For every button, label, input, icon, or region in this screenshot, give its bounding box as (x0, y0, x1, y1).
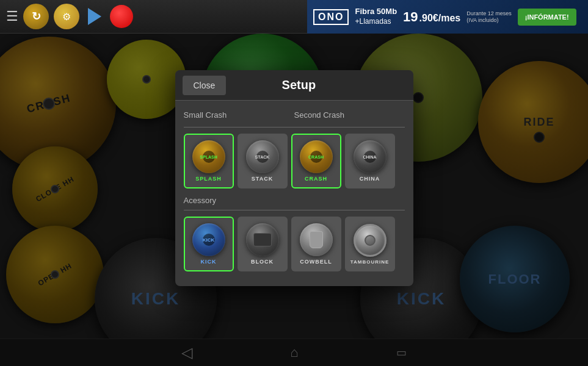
refresh-button[interactable]: ↻ (23, 4, 49, 29)
section3-label: Acessory (184, 196, 405, 205)
ad-button[interactable]: ¡INFÓRMATE! (518, 9, 576, 26)
crash-items-row: SPLASH SPLASH STACK STACK (184, 134, 405, 188)
setup-modal: Close Setup Small Crash Second Crash (175, 70, 413, 286)
crash-label: CRASH (305, 176, 327, 182)
tambourine-knob (354, 224, 387, 257)
ad-banner: ONO Fibra 50Mb +Llamadas 19 .90€/mes Dur… (307, 0, 588, 34)
ad-note2: (IVA incluido) (466, 17, 512, 24)
kick-item[interactable]: KICK KICK (184, 217, 234, 271)
ad-price-decimal: .90€/mes (419, 13, 461, 24)
settings-button[interactable]: ⚙ (54, 4, 79, 29)
crash-knob: CRASH (300, 140, 333, 173)
kick-label: KICK (201, 259, 217, 265)
modal-overlay: Close Setup Small Crash Second Crash (0, 34, 588, 366)
kick-knob-center: KICK (203, 234, 215, 246)
splash-label: SPLASH (195, 176, 222, 182)
section2-divider (184, 210, 405, 210)
block-label: BLOCK (251, 259, 274, 265)
play-button[interactable] (88, 8, 101, 25)
china-knob: CHINA (354, 140, 387, 173)
ad-note1: Durante 12 meses (466, 10, 512, 17)
cowbell-knob (300, 223, 333, 256)
crash-knob-center: CRASH (310, 151, 322, 163)
ad-text-block: Fibra 50Mb +Llamadas (355, 7, 397, 26)
accessory-items-row: KICK KICK BLOCK COWB (184, 217, 405, 271)
china-label: CHINA (360, 176, 380, 182)
stack-knob: STACK (246, 140, 279, 173)
cowbell-item[interactable]: COWBELL (291, 217, 341, 271)
ad-line2: +Llamadas (355, 17, 397, 27)
section-labels-row: Small Crash Second Crash (184, 108, 405, 124)
menu-button[interactable]: ☰ (6, 9, 18, 24)
china-knob-center: CHINA (364, 151, 376, 163)
crash-item[interactable]: CRASH CRASH (291, 134, 341, 188)
ad-notes: Durante 12 meses (IVA incluido) (466, 10, 512, 24)
tambourine-item[interactable]: TAMBOURINE (345, 217, 395, 271)
modal-title: Setup (233, 78, 413, 92)
kick-knob: KICK (192, 223, 225, 256)
china-item[interactable]: CHINA CHINA (345, 134, 395, 188)
tambourine-label: TAMBOURINE (350, 259, 390, 265)
stack-knob-center: STACK (256, 151, 269, 163)
splash-item[interactable]: SPLASH SPLASH (184, 134, 234, 188)
cowbell-shape (310, 231, 323, 248)
stack-item[interactable]: STACK STACK (238, 134, 288, 188)
splash-knob-center: SPLASH (203, 151, 215, 163)
stack-label: STACK (252, 176, 273, 182)
ad-price-block: 19 .90€/mes (403, 9, 460, 25)
block-knob (246, 223, 279, 256)
block-item[interactable]: BLOCK (238, 217, 288, 271)
section1-label: Small Crash (184, 110, 291, 120)
ad-logo: ONO (313, 9, 349, 25)
tambourine-shape (365, 235, 376, 246)
record-button[interactable] (110, 5, 133, 28)
block-shape (253, 233, 272, 246)
cowbell-label: COWBELL (300, 259, 332, 265)
section1-divider (184, 127, 405, 127)
modal-body: Small Crash Second Crash SPLASH SPLASH (175, 101, 413, 286)
ad-line1: Fibra 50Mb (355, 7, 397, 17)
modal-header: Close Setup (175, 70, 413, 101)
close-button[interactable]: Close (183, 76, 227, 95)
section2-label: Second Crash (294, 110, 401, 120)
splash-knob: SPLASH (192, 140, 225, 173)
toolbar: ☰ ↻ ⚙ (6, 4, 133, 29)
ad-price: 19 (403, 9, 418, 25)
